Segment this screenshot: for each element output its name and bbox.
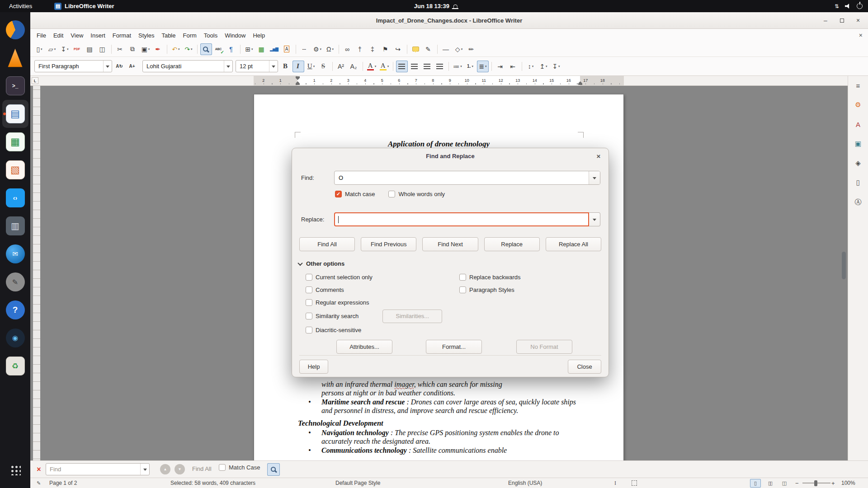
insert-hyperlink-button[interactable]: ∞ — [342, 43, 354, 55]
find-previous-button[interactable]: ▲ — [160, 464, 170, 474]
print-button[interactable]: ▤ — [84, 43, 96, 55]
ordered-list-button[interactable]: 1.▾ — [464, 61, 476, 72]
find-and-replace-button[interactable] — [200, 43, 212, 55]
decrease-indent-button[interactable]: ⇤ — [507, 61, 519, 72]
dialog-title-bar[interactable]: Find and Replace × — [292, 148, 609, 164]
line-spacing-button[interactable]: ↕▾ — [525, 61, 537, 72]
align-center-button[interactable] — [409, 61, 420, 72]
dock-thunderbird[interactable]: ✉ — [2, 240, 28, 268]
formatting-marks-button[interactable]: ¶ — [226, 43, 237, 55]
menu-window[interactable]: Window — [221, 30, 249, 41]
combobox-dropdown-button[interactable] — [103, 61, 112, 72]
find-all-button[interactable]: Find All — [299, 237, 355, 251]
regular-expressions-option[interactable]: Regular expressions — [306, 299, 459, 306]
help-button[interactable]: Help — [299, 360, 328, 374]
sidebar-tab-menu[interactable]: ≡ — [851, 79, 865, 92]
dock-files[interactable]: ▥ — [2, 212, 28, 240]
track-changes-button[interactable]: ✎ — [423, 43, 434, 55]
find-text-field[interactable] — [46, 463, 150, 475]
diacritic-sensitive-option[interactable]: Diacritic-sensitive — [306, 327, 459, 333]
menu-table[interactable]: Table — [158, 30, 179, 41]
strikethrough-button[interactable]: S — [318, 61, 330, 72]
insert-comment-button[interactable] — [410, 43, 422, 55]
zoom-in-button[interactable]: + — [831, 478, 835, 488]
find-next-button[interactable]: ▼ — [175, 464, 185, 474]
other-options-expander[interactable]: Other options — [298, 260, 609, 267]
basic-shapes-button[interactable]: ◇▾ — [453, 43, 465, 55]
increase-paragraph-spacing-button[interactable]: ↥▾ — [538, 61, 549, 72]
page-count[interactable]: Page 1 of 2 — [49, 478, 77, 488]
combobox-dropdown-button[interactable] — [269, 61, 278, 72]
show-applications-button[interactable] — [2, 458, 28, 481]
dock-vlc[interactable] — [2, 44, 28, 72]
paragraph-style-combobox[interactable]: First Paragraph — [34, 60, 112, 72]
similarity-search-checkbox[interactable] — [306, 313, 312, 319]
match-case-checkbox[interactable] — [335, 191, 342, 197]
similarity-search-option[interactable]: Similarity search — [306, 313, 359, 319]
whole-words-checkbox[interactable] — [388, 191, 395, 197]
insert-chart-button[interactable]: ▂▅▇ — [269, 43, 280, 55]
sidebar-tab-navigator[interactable]: ◈ — [851, 156, 865, 170]
dock-firefox[interactable] — [2, 16, 28, 44]
find-combobox[interactable]: O — [334, 171, 600, 185]
book-view-button[interactable]: ◫ — [779, 478, 790, 488]
dialog-close-button[interactable]: × — [593, 150, 604, 161]
zoom-slider-thumb[interactable] — [814, 480, 817, 486]
match-case-toolbar-option[interactable]: Match Case — [219, 464, 260, 471]
zoom-out-button[interactable]: − — [795, 478, 799, 488]
tab-stop-type-selector[interactable]: L — [32, 77, 38, 84]
new-document-button[interactable]: ▯▾ — [33, 43, 45, 55]
replace-all-button[interactable]: Replace All — [546, 237, 601, 251]
show-draw-functions-button[interactable]: ✏ — [466, 43, 477, 55]
clone-formatting-button[interactable]: ✒ — [152, 43, 164, 55]
find-all-toolbar-button[interactable]: Find All — [192, 465, 212, 472]
find-history-dropdown-button[interactable] — [140, 464, 149, 475]
superscript-button[interactable]: A² — [335, 61, 347, 72]
insert-table-button[interactable]: ⊞▾ — [243, 43, 255, 55]
replace-dropdown-button[interactable] — [589, 212, 600, 226]
underline-button[interactable]: U▾ — [305, 61, 317, 72]
format-button[interactable]: Format... — [426, 340, 482, 354]
cut-button[interactable]: ✂ — [114, 43, 126, 55]
insert-mode-indicator[interactable]: I — [614, 478, 616, 488]
zoom-level[interactable]: 100% — [841, 478, 855, 488]
new-style-button[interactable]: A+ — [127, 61, 138, 72]
replace-backwards-option[interactable]: Replace backwards — [459, 274, 520, 281]
menu-view[interactable]: View — [67, 30, 87, 41]
menu-format[interactable]: Format — [109, 30, 135, 41]
focused-app-indicator[interactable]: ▤ LibreOffice Writer — [54, 0, 114, 12]
insert-footnote-button[interactable]: † — [354, 43, 366, 55]
replace-button[interactable]: Replace — [484, 237, 540, 251]
insert-image-button[interactable]: ▦ — [256, 43, 268, 55]
dock-trash[interactable]: ♻ — [2, 352, 28, 380]
document-text[interactable]: with an infrared thermal imager, which c… — [298, 380, 582, 456]
attributes-button[interactable]: Attributes... — [336, 340, 392, 354]
single-page-view-button[interactable]: ▯ — [750, 479, 761, 488]
vertical-ruler[interactable] — [33, 86, 40, 460]
comments-option[interactable]: Comments — [306, 286, 459, 293]
insert-field-button[interactable]: ⚙▾ — [311, 43, 323, 55]
system-status-area[interactable]: ⇅ — [835, 0, 863, 12]
sidebar-tab-gallery[interactable]: ▣ — [851, 137, 865, 150]
undo-button[interactable]: ↶▾ — [170, 43, 182, 55]
activities-button[interactable]: Activities — [6, 0, 35, 12]
dock-calc[interactable]: ▦ — [2, 128, 28, 156]
font-size-combobox[interactable]: 12 pt — [236, 60, 278, 72]
minimize-button[interactable]: – — [820, 15, 831, 26]
horizontal-ruler[interactable]: L 21123456789101112131415161718 — [30, 76, 848, 86]
update-style-button[interactable]: A↻ — [114, 61, 126, 72]
dock-impress[interactable]: ▧ — [2, 156, 28, 184]
current-selection-only-checkbox[interactable] — [306, 274, 312, 281]
insert-page-break-button[interactable]: ┄ — [299, 43, 311, 55]
save-button[interactable]: ↧▾ — [59, 43, 71, 55]
sidebar-tab-styles[interactable]: A — [851, 117, 865, 131]
dock-vscode[interactable]: ‹› — [2, 184, 28, 212]
sidebar-tab-style-inspector[interactable]: Ⓐ — [851, 195, 865, 209]
close-document-button[interactable]: × — [859, 32, 863, 39]
copy-button[interactable]: ⧉ — [127, 43, 139, 55]
paragraph[interactable]: •Navigation technology : The precise GPS… — [298, 429, 582, 446]
insert-endnote-button[interactable]: ‡ — [367, 43, 379, 55]
find-previous-button[interactable]: Find Previous — [361, 237, 416, 251]
bold-button[interactable]: B — [280, 61, 292, 72]
align-justify-button[interactable] — [434, 61, 446, 72]
